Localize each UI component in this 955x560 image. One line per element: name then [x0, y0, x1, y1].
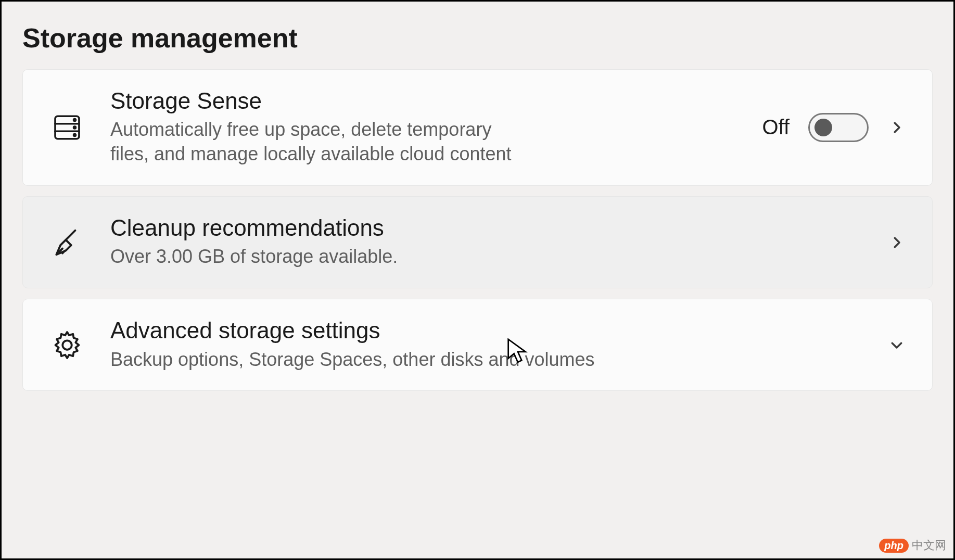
svg-point-9 — [62, 340, 72, 350]
storage-sense-description: Automatically free up space, delete temp… — [110, 118, 516, 167]
storage-sense-text: Storage Sense Automatically free up spac… — [110, 88, 737, 167]
broom-icon — [49, 224, 85, 261]
watermark: php 中文网 — [879, 538, 946, 553]
storage-sense-title: Storage Sense — [110, 88, 737, 113]
chevron-right-icon[interactable] — [887, 118, 906, 137]
cleanup-description: Over 3.00 GB of storage available. — [110, 245, 862, 269]
cleanup-recommendations-row[interactable]: Cleanup recommendations Over 3.00 GB of … — [22, 196, 933, 288]
storage-drive-icon — [49, 109, 85, 146]
toggle-knob — [814, 119, 832, 136]
svg-point-4 — [74, 126, 76, 129]
storage-sense-toggle-state: Off — [762, 116, 790, 139]
gear-icon — [49, 327, 85, 363]
cleanup-title: Cleanup recommendations — [110, 215, 862, 240]
advanced-text: Advanced storage settings Backup options… — [110, 318, 862, 372]
chevron-right-icon[interactable] — [887, 233, 906, 252]
watermark-badge: php — [879, 539, 909, 553]
section-title: Storage management — [22, 22, 933, 54]
svg-line-6 — [66, 230, 75, 239]
storage-sense-row[interactable]: Storage Sense Automatically free up spac… — [22, 69, 933, 186]
advanced-storage-row[interactable]: Advanced storage settings Backup options… — [22, 299, 933, 391]
svg-point-5 — [74, 134, 76, 136]
svg-point-3 — [74, 119, 76, 121]
watermark-text: 中文网 — [912, 538, 946, 553]
advanced-title: Advanced storage settings — [110, 318, 862, 343]
cleanup-text: Cleanup recommendations Over 3.00 GB of … — [110, 215, 862, 269]
chevron-down-icon[interactable] — [887, 336, 906, 354]
advanced-description: Backup options, Storage Spaces, other di… — [110, 348, 862, 372]
storage-sense-toggle[interactable] — [808, 113, 869, 142]
